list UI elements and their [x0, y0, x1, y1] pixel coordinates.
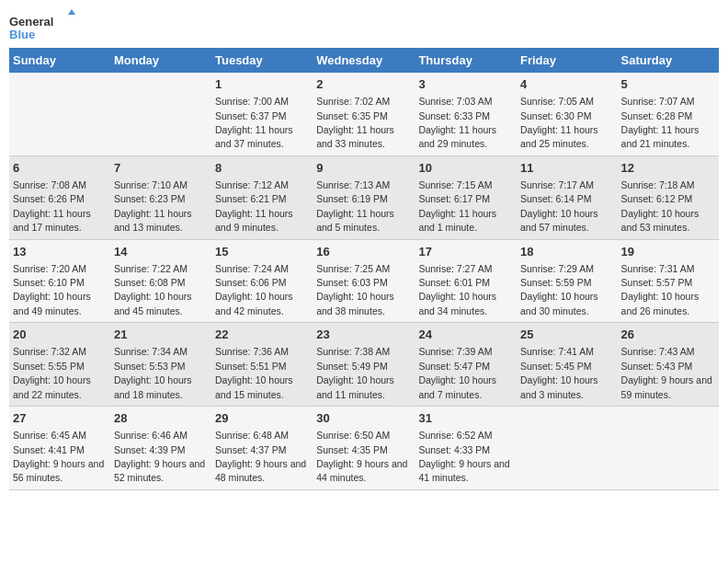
- day-number: 6: [13, 160, 107, 177]
- day-number: 24: [418, 327, 513, 343]
- calendar-day-cell: 3Sunrise: 7:03 AMSunset: 6:33 PMDaylight…: [415, 73, 517, 155]
- day-number: 26: [621, 327, 715, 343]
- calendar-day-cell: 25Sunrise: 7:41 AMSunset: 5:45 PMDayligh…: [517, 323, 618, 407]
- weekday-header: Sunday: [9, 48, 110, 73]
- svg-text:General: General: [9, 15, 53, 29]
- day-number: 23: [316, 327, 411, 343]
- day-number: 8: [215, 160, 309, 177]
- calendar-day-cell: [517, 407, 618, 490]
- day-number: 25: [520, 327, 614, 343]
- logo: General Blue: [9, 9, 78, 42]
- weekday-header: Tuesday: [211, 48, 313, 73]
- calendar-week-row: 27Sunrise: 6:45 AMSunset: 4:41 PMDayligh…: [9, 407, 719, 490]
- calendar-day-cell: 9Sunrise: 7:13 AMSunset: 6:19 PMDaylight…: [313, 155, 415, 239]
- calendar-day-cell: [9, 73, 110, 155]
- day-info: Sunrise: 7:12 AMSunset: 6:21 PMDaylight:…: [215, 179, 293, 233]
- day-number: 2: [316, 76, 411, 93]
- day-number: 14: [114, 244, 208, 260]
- calendar-day-cell: 15Sunrise: 7:24 AMSunset: 6:06 PMDayligh…: [211, 239, 313, 323]
- day-number: 29: [215, 410, 309, 427]
- day-number: 1: [215, 76, 309, 93]
- calendar-day-cell: 8Sunrise: 7:12 AMSunset: 6:21 PMDaylight…: [211, 155, 313, 239]
- calendar-day-cell: 22Sunrise: 7:36 AMSunset: 5:51 PMDayligh…: [211, 323, 313, 407]
- calendar-week-row: 13Sunrise: 7:20 AMSunset: 6:10 PMDayligh…: [9, 239, 719, 323]
- day-number: 5: [621, 76, 715, 93]
- calendar-body: 1Sunrise: 7:00 AMSunset: 6:37 PMDaylight…: [9, 73, 719, 489]
- day-info: Sunrise: 7:02 AMSunset: 6:35 PMDaylight:…: [316, 96, 394, 149]
- day-number: 19: [621, 244, 715, 260]
- day-info: Sunrise: 7:17 AMSunset: 6:14 PMDaylight:…: [520, 179, 598, 233]
- day-info: Sunrise: 7:10 AMSunset: 6:23 PMDaylight:…: [114, 179, 192, 233]
- page-header: General Blue: [9, 9, 719, 42]
- calendar-day-cell: 26Sunrise: 7:43 AMSunset: 5:43 PMDayligh…: [618, 323, 719, 407]
- day-number: 30: [316, 410, 411, 427]
- calendar-header: SundayMondayTuesdayWednesdayThursdayFrid…: [9, 48, 719, 73]
- calendar-day-cell: 4Sunrise: 7:05 AMSunset: 6:30 PMDaylight…: [517, 73, 618, 155]
- calendar-week-row: 20Sunrise: 7:32 AMSunset: 5:55 PMDayligh…: [9, 323, 719, 407]
- day-info: Sunrise: 7:36 AMSunset: 5:51 PMDaylight:…: [215, 346, 293, 399]
- calendar-day-cell: 24Sunrise: 7:39 AMSunset: 5:47 PMDayligh…: [415, 323, 517, 407]
- day-info: Sunrise: 7:25 AMSunset: 6:03 PMDaylight:…: [316, 263, 394, 316]
- day-number: 28: [114, 410, 208, 427]
- day-info: Sunrise: 7:41 AMSunset: 5:45 PMDaylight:…: [520, 346, 598, 399]
- weekday-header: Wednesday: [313, 48, 415, 73]
- calendar-day-cell: 20Sunrise: 7:32 AMSunset: 5:55 PMDayligh…: [9, 323, 110, 407]
- day-info: Sunrise: 7:05 AMSunset: 6:30 PMDaylight:…: [520, 96, 598, 149]
- day-number: 7: [114, 160, 208, 177]
- day-number: 31: [418, 410, 513, 427]
- calendar-day-cell: 23Sunrise: 7:38 AMSunset: 5:49 PMDayligh…: [313, 323, 415, 407]
- day-number: 15: [215, 244, 309, 260]
- day-info: Sunrise: 6:46 AMSunset: 4:39 PMDaylight:…: [114, 430, 205, 483]
- day-number: 16: [316, 244, 411, 260]
- day-info: Sunrise: 7:18 AMSunset: 6:12 PMDaylight:…: [621, 179, 700, 233]
- calendar-week-row: 1Sunrise: 7:00 AMSunset: 6:37 PMDaylight…: [9, 73, 719, 155]
- day-info: Sunrise: 7:15 AMSunset: 6:17 PMDaylight:…: [418, 179, 496, 233]
- calendar-day-cell: 1Sunrise: 7:00 AMSunset: 6:37 PMDaylight…: [211, 73, 313, 155]
- calendar-day-cell: 28Sunrise: 6:46 AMSunset: 4:39 PMDayligh…: [110, 407, 211, 490]
- weekday-header: Saturday: [618, 48, 719, 73]
- day-info: Sunrise: 7:43 AMSunset: 5:43 PMDaylight:…: [621, 346, 712, 399]
- day-number: 10: [418, 160, 513, 177]
- calendar-day-cell: 2Sunrise: 7:02 AMSunset: 6:35 PMDaylight…: [313, 73, 415, 155]
- day-info: Sunrise: 6:45 AMSunset: 4:41 PMDaylight:…: [13, 430, 104, 483]
- day-info: Sunrise: 7:00 AMSunset: 6:37 PMDaylight:…: [215, 96, 293, 149]
- calendar-day-cell: 12Sunrise: 7:18 AMSunset: 6:12 PMDayligh…: [618, 155, 719, 239]
- day-info: Sunrise: 7:08 AMSunset: 6:26 PMDaylight:…: [13, 179, 91, 233]
- logo-icon: General Blue: [9, 9, 78, 42]
- day-number: 11: [520, 160, 614, 177]
- calendar-table: SundayMondayTuesdayWednesdayThursdayFrid…: [9, 48, 719, 490]
- day-number: 4: [520, 76, 614, 93]
- calendar-day-cell: [618, 407, 719, 490]
- calendar-day-cell: 19Sunrise: 7:31 AMSunset: 5:57 PMDayligh…: [618, 239, 719, 323]
- weekday-header-row: SundayMondayTuesdayWednesdayThursdayFrid…: [9, 48, 719, 73]
- day-number: 12: [621, 160, 715, 177]
- day-info: Sunrise: 7:27 AMSunset: 6:01 PMDaylight:…: [418, 263, 496, 316]
- calendar-day-cell: 14Sunrise: 7:22 AMSunset: 6:08 PMDayligh…: [110, 239, 211, 323]
- calendar-day-cell: 30Sunrise: 6:50 AMSunset: 4:35 PMDayligh…: [313, 407, 415, 490]
- day-info: Sunrise: 7:03 AMSunset: 6:33 PMDaylight:…: [418, 96, 496, 149]
- calendar-day-cell: 5Sunrise: 7:07 AMSunset: 6:28 PMDaylight…: [618, 73, 719, 155]
- weekday-header: Monday: [110, 48, 211, 73]
- day-info: Sunrise: 7:22 AMSunset: 6:08 PMDaylight:…: [114, 263, 192, 316]
- day-info: Sunrise: 7:39 AMSunset: 5:47 PMDaylight:…: [418, 346, 496, 399]
- calendar-day-cell: 13Sunrise: 7:20 AMSunset: 6:10 PMDayligh…: [9, 239, 110, 323]
- calendar-day-cell: 29Sunrise: 6:48 AMSunset: 4:37 PMDayligh…: [211, 407, 313, 490]
- day-info: Sunrise: 7:34 AMSunset: 5:53 PMDaylight:…: [114, 346, 192, 399]
- calendar-day-cell: 17Sunrise: 7:27 AMSunset: 6:01 PMDayligh…: [415, 239, 517, 323]
- day-info: Sunrise: 6:50 AMSunset: 4:35 PMDaylight:…: [316, 430, 407, 483]
- calendar-week-row: 6Sunrise: 7:08 AMSunset: 6:26 PMDaylight…: [9, 155, 719, 239]
- day-info: Sunrise: 6:48 AMSunset: 4:37 PMDaylight:…: [215, 430, 306, 483]
- calendar-day-cell: 18Sunrise: 7:29 AMSunset: 5:59 PMDayligh…: [517, 239, 618, 323]
- calendar-day-cell: 7Sunrise: 7:10 AMSunset: 6:23 PMDaylight…: [110, 155, 211, 239]
- day-number: 18: [520, 244, 614, 260]
- day-number: 17: [418, 244, 513, 260]
- day-info: Sunrise: 6:52 AMSunset: 4:33 PMDaylight:…: [418, 430, 509, 483]
- calendar-day-cell: 27Sunrise: 6:45 AMSunset: 4:41 PMDayligh…: [9, 407, 110, 490]
- day-number: 9: [316, 160, 411, 177]
- day-number: 21: [114, 327, 208, 343]
- day-number: 20: [13, 327, 107, 343]
- calendar-day-cell: 31Sunrise: 6:52 AMSunset: 4:33 PMDayligh…: [415, 407, 517, 490]
- calendar-day-cell: [110, 73, 211, 155]
- day-info: Sunrise: 7:24 AMSunset: 6:06 PMDaylight:…: [215, 263, 293, 316]
- svg-text:Blue: Blue: [9, 28, 35, 41]
